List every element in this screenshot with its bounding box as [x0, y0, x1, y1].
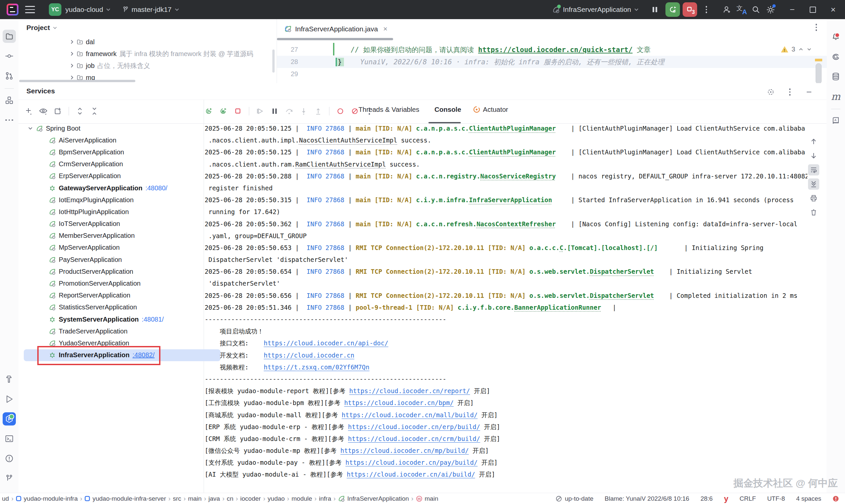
- documentation-book-icon[interactable]: A: [829, 114, 842, 127]
- prev-warning-icon[interactable]: [798, 48, 804, 51]
- service-tree-item[interactable]: PromotionServerApplication: [18, 277, 203, 289]
- expand-all-button[interactable]: [74, 106, 86, 117]
- encoding-selector[interactable]: UTF-8: [767, 495, 785, 502]
- horizontal-scrollbar[interactable]: [19, 80, 135, 82]
- rerun-debug-button[interactable]: [218, 106, 229, 117]
- editor-scrollbar[interactable]: [816, 63, 822, 84]
- breadcrumb-item[interactable]: main: [188, 495, 202, 502]
- line-ending-selector[interactable]: CRLF: [740, 495, 756, 502]
- service-tree-item[interactable]: IoTServerApplication: [18, 218, 203, 230]
- step-out-button[interactable]: [313, 106, 324, 117]
- minimize-window-button[interactable]: −: [785, 2, 799, 17]
- editor-options-icon[interactable]: [816, 24, 817, 31]
- breadcrumb-item[interactable]: ud: [2, 495, 9, 502]
- view-options-button[interactable]: [38, 106, 49, 117]
- service-tree-item[interactable]: PayServerApplication: [18, 254, 203, 266]
- step-over-button[interactable]: [284, 106, 295, 117]
- tool-build-icon[interactable]: [3, 373, 16, 386]
- code-comment-link[interactable]: https://cloud.iocoder.cn/quick-start/: [478, 46, 633, 54]
- console-link[interactable]: https://t.zsxq.com/02Yf6M7Qn: [264, 363, 369, 371]
- caret-position[interactable]: 28:6: [700, 495, 712, 502]
- service-tree-item[interactable]: SystemServerApplication:48081/: [18, 313, 203, 325]
- hide-panel-icon[interactable]: [804, 86, 815, 97]
- service-tree-item[interactable]: ErpServerApplication: [18, 170, 203, 182]
- code-line-28[interactable]: 28 } YunaiV, 2022/6/8 10:16 · infra: 初始化…: [277, 56, 827, 68]
- breadcrumb-item[interactable]: iocoder: [240, 495, 261, 502]
- resume-button[interactable]: [254, 106, 266, 117]
- service-tree-item[interactable]: ProductServerApplication: [18, 266, 203, 277]
- services-options-icon[interactable]: [784, 86, 795, 97]
- pause-button[interactable]: [648, 2, 662, 17]
- tool-services-icon[interactable]: [3, 412, 16, 426]
- service-port-link[interactable]: :48080/: [145, 184, 168, 192]
- ai-assistant-icon[interactable]: [829, 50, 842, 63]
- console-link[interactable]: https://cloud.iocoder.cn/erp/build/: [348, 423, 480, 430]
- stop-button[interactable]: 3: [683, 2, 697, 17]
- service-tree-item[interactable]: InfraServerApplication:48082/: [18, 349, 203, 361]
- indent-selector[interactable]: 4 spaces: [796, 495, 821, 502]
- service-tree-item[interactable]: AiServerApplication: [18, 134, 203, 146]
- next-warning-icon[interactable]: [807, 48, 812, 51]
- service-tree-item[interactable]: MpServerApplication: [18, 242, 203, 254]
- console-link[interactable]: https://cloud.iocoder.cn/bpm/: [344, 399, 454, 407]
- scroll-up-icon[interactable]: [808, 136, 819, 147]
- stop-button[interactable]: [232, 106, 244, 117]
- rerun-button[interactable]: [666, 2, 680, 17]
- breadcrumb-item[interactable]: InfraServerApplication: [338, 495, 409, 502]
- code-line-29[interactable]: 29: [277, 68, 827, 80]
- run-configuration-selector[interactable]: InfraServerApplication: [552, 6, 639, 14]
- vertical-scrollbar[interactable]: [272, 50, 275, 73]
- pause-button[interactable]: [269, 106, 280, 117]
- chevron-right-icon[interactable]: [70, 51, 74, 56]
- breadcrumb-item[interactable]: java: [209, 495, 220, 502]
- rerun-button[interactable]: [203, 106, 214, 117]
- error-indicator[interactable]: [832, 496, 839, 502]
- blame-widget[interactable]: Blame: YunaiV 2022/6/8 10:16: [605, 495, 689, 502]
- service-tree-item[interactable]: YudaoServerApplication: [18, 337, 203, 349]
- chevron-right-icon[interactable]: [70, 75, 74, 80]
- tab-threads-variables[interactable]: Threads & Variables: [355, 106, 423, 113]
- code-line-27[interactable]: 27 // 如果你碰到启动的问题，请认真阅读 https://cloud.ioc…: [277, 43, 827, 56]
- console-link[interactable]: https://cloud.iocoder.cn/mall/build/: [341, 411, 478, 418]
- soft-wrap-icon[interactable]: [808, 164, 819, 176]
- maximize-window-button[interactable]: [805, 2, 820, 17]
- console-link[interactable]: https://cloud.iocoder.cn/report/: [349, 387, 470, 395]
- database-icon[interactable]: [829, 70, 842, 83]
- service-port-link[interactable]: :48081/: [142, 316, 164, 323]
- open-in-new-tab-button[interactable]: [52, 106, 64, 117]
- service-tree-item[interactable]: GatewayServerApplication:48080/: [18, 182, 203, 194]
- locate-service-icon[interactable]: [765, 86, 776, 97]
- tool-problems-icon[interactable]: [3, 452, 16, 465]
- chevron-down-icon[interactable]: [28, 126, 33, 130]
- maven-icon[interactable]: m: [829, 90, 842, 103]
- project-panel-header[interactable]: Project: [18, 19, 277, 32]
- service-tree-item[interactable]: StatisticsServerApplication: [18, 302, 203, 313]
- breadcrumb-item[interactable]: yudao: [268, 495, 285, 502]
- chevron-right-icon[interactable]: [70, 39, 74, 44]
- yudao-plugin-icon[interactable]: y: [724, 496, 728, 502]
- tool-run-icon[interactable]: [3, 393, 16, 406]
- breadcrumb-item[interactable]: module: [292, 495, 312, 502]
- breadcrumb-item[interactable]: mmain: [416, 495, 438, 502]
- console-link[interactable]: https://cloud.iocoder.cn/ai/build/: [347, 471, 475, 478]
- breadcrumb-item[interactable]: yudao-module-infra-server: [85, 495, 166, 502]
- translate-icon[interactable]: 文A: [734, 2, 749, 17]
- tab-console[interactable]: Console: [431, 106, 464, 113]
- more-tool-windows-icon[interactable]: [3, 113, 16, 127]
- tool-pull-requests-icon[interactable]: [3, 69, 16, 83]
- main-menu-icon[interactable]: [25, 6, 35, 13]
- print-icon[interactable]: [808, 193, 819, 204]
- vcs-branch-selector[interactable]: master-jdk17: [122, 6, 179, 14]
- tool-terminal-icon[interactable]: [3, 432, 16, 445]
- service-tree-item[interactable]: IotEmqxPluginApplication: [18, 194, 203, 206]
- notifications-bell-icon[interactable]: [829, 30, 842, 43]
- service-tree-item[interactable]: ReportServerApplication: [18, 290, 203, 302]
- project-selector[interactable]: yudao-cloud: [65, 6, 111, 14]
- step-into-button[interactable]: [298, 106, 309, 117]
- chevron-right-icon[interactable]: [70, 63, 74, 68]
- breadcrumb-item[interactable]: cn: [227, 495, 233, 502]
- vcs-status[interactable]: up-to-date: [556, 495, 594, 502]
- clear-console-icon[interactable]: [808, 207, 819, 218]
- service-tree-item[interactable]: BpmServerApplication: [18, 146, 203, 158]
- service-tree-item[interactable]: TradeServerApplication: [18, 325, 203, 337]
